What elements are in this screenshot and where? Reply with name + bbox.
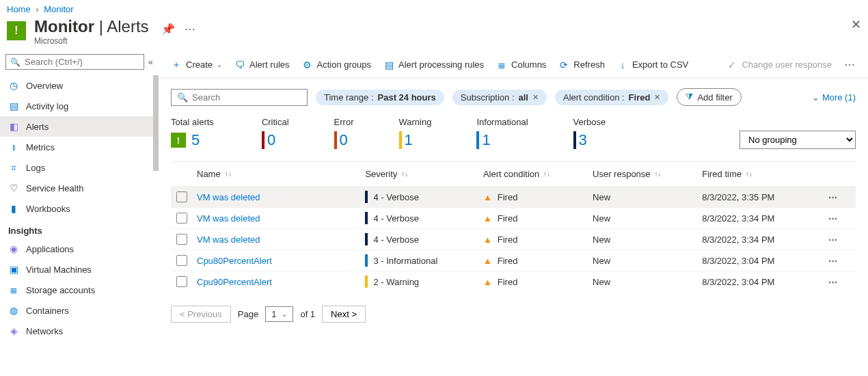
toolbar-more-icon[interactable]: ⋯: [844, 58, 856, 71]
row-more-icon[interactable]: ⋯: [828, 256, 856, 266]
col-fired[interactable]: Fired time↑↓: [702, 169, 828, 179]
search-input[interactable]: [192, 92, 307, 103]
user-response: New: [593, 192, 702, 202]
filter-alert-condition[interactable]: Alert condition : Fired ✕: [555, 90, 668, 105]
row-more-icon[interactable]: ⋯: [828, 277, 856, 287]
row-checkbox[interactable]: [176, 213, 187, 224]
close-icon[interactable]: ✕: [851, 17, 861, 32]
sidebar-search[interactable]: 🔍: [5, 54, 144, 70]
sidebar-item-overview[interactable]: ◷Overview: [0, 75, 154, 96]
nav-icon: ⫾: [8, 142, 19, 152]
search-icon: 🔍: [10, 57, 21, 67]
alert-name[interactable]: Cpu80PercentAlert: [197, 256, 365, 266]
search-box[interactable]: 🔍: [171, 89, 308, 106]
sort-icon: ↑↓: [746, 170, 752, 178]
row-more-icon[interactable]: ⋯: [828, 192, 856, 202]
export-button[interactable]: ↓Export to CSV: [617, 59, 688, 70]
alert-rules-button[interactable]: 🗨Alert rules: [234, 59, 290, 70]
row-more-icon[interactable]: ⋯: [828, 213, 856, 224]
sidebar-item-virtual-machines[interactable]: ▣Virtual Machines: [0, 259, 154, 280]
stat-verbose: Verbose3: [573, 117, 606, 149]
summary-bar: Total alerts 5 Critical0Error0Warning1In…: [159, 117, 868, 161]
severity-bar: [365, 233, 368, 245]
severity-bar: [262, 131, 265, 149]
pin-icon[interactable]: 📌: [161, 23, 175, 36]
sidebar-item-label: Networks: [26, 326, 63, 336]
sidebar-scrollbar[interactable]: [153, 75, 159, 375]
warning-icon: ▲: [483, 213, 492, 224]
sidebar-item-label: Applications: [26, 244, 74, 254]
more-filters[interactable]: ⌄More (1): [812, 92, 856, 103]
severity-bar: [365, 212, 368, 224]
row-checkbox[interactable]: [176, 234, 187, 245]
close-icon[interactable]: ✕: [532, 93, 539, 102]
previous-button[interactable]: < Previous: [171, 306, 231, 323]
sidebar-item-service-health[interactable]: ♡Service Health: [0, 178, 154, 198]
sidebar-item-applications[interactable]: ◉Applications: [0, 239, 154, 259]
sidebar-item-metrics[interactable]: ⫾Metrics: [0, 137, 154, 157]
user-response: New: [593, 277, 702, 287]
breadcrumb-home[interactable]: Home: [7, 4, 31, 14]
page-title: Monitor | Alerts: [34, 17, 149, 36]
row-more-icon[interactable]: ⋯: [828, 234, 856, 245]
sidebar-item-networks[interactable]: ◈Networks: [0, 321, 154, 341]
sidebar-search-input[interactable]: [25, 57, 139, 67]
alert-condition: ▲Fired: [483, 256, 593, 266]
grouping-select[interactable]: No grouping: [740, 131, 856, 149]
sidebar-item-label: Overview: [26, 81, 63, 91]
nav-icon: ◈: [8, 325, 19, 336]
sidebar: 🔍 « ◷Overview▤Activity log◧Alerts⫾Metric…: [0, 54, 159, 375]
columns-button[interactable]: ≣Columns: [496, 59, 546, 70]
row-checkbox[interactable]: [176, 276, 187, 287]
stat-critical: Critical0: [262, 117, 289, 149]
sidebar-item-label: Metrics: [26, 142, 55, 152]
sidebar-item-alerts[interactable]: ◧Alerts: [0, 116, 154, 137]
row-checkbox[interactable]: [176, 191, 187, 202]
chevron-down-icon: ⌄: [217, 61, 222, 68]
sidebar-item-storage-accounts[interactable]: ≣Storage accounts: [0, 280, 154, 300]
filter-subscription[interactable]: Subscription : all ✕: [452, 90, 547, 105]
table-row[interactable]: Cpu90PercentAlert2 - Warning▲FiredNew8/3…: [171, 271, 856, 292]
col-name[interactable]: Name↑↓: [197, 169, 365, 179]
sidebar-item-activity-log[interactable]: ▤Activity log: [0, 96, 154, 116]
col-condition[interactable]: Alert condition↑↓: [483, 169, 593, 179]
table-row[interactable]: Cpu80PercentAlert3 - Informational▲Fired…: [171, 250, 856, 271]
filter-time-range[interactable]: Time range : Past 24 hours: [316, 90, 444, 105]
alert-name[interactable]: VM was deleted: [197, 192, 365, 202]
sidebar-item-containers[interactable]: ◍Containers: [0, 300, 154, 321]
warning-icon: ▲: [483, 256, 492, 266]
fired-time: 8/3/2022, 3:34 PM: [702, 234, 828, 245]
severity-bar: [334, 131, 337, 149]
close-icon[interactable]: ✕: [654, 93, 660, 102]
alert-name[interactable]: VM was deleted: [197, 234, 365, 245]
breadcrumb-monitor[interactable]: Monitor: [44, 4, 73, 14]
warning-icon: ▲: [483, 234, 492, 245]
action-groups-button[interactable]: ⚙Action groups: [302, 59, 372, 70]
processing-rules-button[interactable]: ▤Alert processing rules: [383, 59, 484, 70]
next-button[interactable]: Next >: [322, 306, 366, 323]
page-select[interactable]: 1⌄: [265, 306, 293, 322]
nav-icon: ▮: [8, 203, 19, 214]
row-checkbox[interactable]: [176, 255, 187, 266]
alert-condition: ▲Fired: [483, 234, 593, 245]
more-icon[interactable]: ⋯: [185, 23, 196, 36]
table-row[interactable]: VM was deleted4 - Verbose▲FiredNew8/3/20…: [171, 228, 856, 250]
table-row[interactable]: VM was deleted4 - Verbose▲FiredNew8/3/20…: [171, 207, 856, 228]
rules-icon: 🗨: [234, 59, 245, 70]
collapse-icon[interactable]: «: [148, 57, 153, 67]
processing-icon: ▤: [383, 59, 394, 70]
alert-name[interactable]: VM was deleted: [197, 213, 365, 224]
add-filter-button[interactable]: ⧩Add filter: [677, 88, 741, 106]
refresh-button[interactable]: ⟳Refresh: [558, 59, 605, 70]
col-response[interactable]: User response↑↓: [593, 169, 702, 179]
create-button[interactable]: ＋Create⌄: [171, 59, 222, 71]
alert-severity: 3 - Informational: [365, 254, 483, 267]
alert-condition: ▲Fired: [483, 213, 593, 224]
nav-icon: ◍: [8, 305, 19, 316]
sidebar-item-label: Alerts: [26, 122, 49, 132]
table-row[interactable]: VM was deleted4 - Verbose▲FiredNew8/3/20…: [171, 186, 856, 207]
col-severity[interactable]: Severity↑↓: [365, 169, 483, 179]
sidebar-item-workbooks[interactable]: ▮Workbooks: [0, 198, 154, 219]
sidebar-item-logs[interactable]: ⌗Logs: [0, 157, 154, 178]
alert-name[interactable]: Cpu90PercentAlert: [197, 277, 365, 287]
